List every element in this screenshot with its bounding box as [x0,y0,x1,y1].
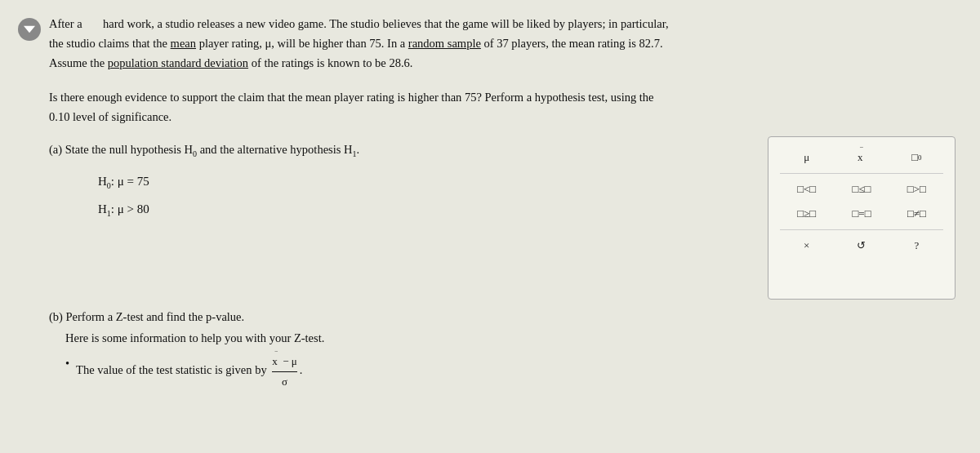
h1-label: H1: μ > 80 [98,198,149,221]
symbol-picker-box: μ x‾ □0 □<□ □≤□ □>□ □≥□ □=□ □≠□ [768,136,956,300]
p-value-link[interactable]: p-value [206,310,241,323]
dropdown-arrow[interactable] [18,18,41,41]
close-button[interactable]: × [780,235,833,256]
pop-std-link[interactable]: population standard deviation [108,56,248,69]
symbol-xbar[interactable]: x‾ [835,147,888,168]
bullet-dot: • [65,354,69,374]
symbol-neq[interactable]: □≠□ [890,203,943,224]
part-a-section: (a) State the null hypothesis H0 and the… [49,140,956,300]
main-content: After a hard work, a studio releases a n… [0,0,980,453]
level-of-significance-link[interactable]: level of significance [73,110,169,123]
problem-paragraph1: After a hard work, a studio releases a n… [49,15,956,73]
z-formula: x‾ − μ σ [272,353,297,390]
random-sample-link[interactable]: random sample [408,37,481,50]
symbol-eq[interactable]: □=□ [835,203,888,224]
separator1 [780,173,943,174]
part-b-info: Here is some information to help you wit… [65,329,956,349]
bullet-text: The value of the test statistic is given… [76,353,302,390]
hypotheses-display: H0: μ = 75 H1: μ > 80 [98,171,751,221]
h0-label: H0: μ = 75 [98,171,149,193]
symbol-geq[interactable]: □≥□ [780,203,833,224]
part-a-text: (a) State the null hypothesis H0 and the… [49,140,751,229]
part-b-section: (b) Perform a Z-test and find the p-valu… [49,308,956,391]
bullet-test-statistic: • The value of the test statistic is giv… [65,353,956,390]
mean-link[interactable]: mean [171,37,196,50]
h1-line: H1: μ > 80 [98,198,751,221]
symbol-row1: μ x‾ □0 [780,147,943,168]
alt-hypothesis-link[interactable]: alternative hypothesis [238,143,341,156]
symbol-greater-than[interactable]: □>□ [890,179,943,200]
formula-denominator: σ [282,372,287,390]
separator2 [780,229,943,230]
h0-line: H0: μ = 75 [98,171,751,193]
symbol-box-sup0[interactable]: □0 [890,147,943,168]
undo-button[interactable]: ↺ [835,235,888,256]
symbol-leq[interactable]: □≤□ [835,179,888,200]
symbol-bottom-row: × ↺ ? [780,235,943,256]
help-button[interactable]: ? [890,235,943,256]
symbol-mu[interactable]: μ [780,147,833,168]
question-paragraph: Is there enough evidence to support the … [49,88,956,127]
part-b-instruction: (b) Perform a Z-test and find the p-valu… [49,308,956,327]
test-statistic-link[interactable]: test statistic [156,364,212,377]
symbol-less-than[interactable]: □<□ [780,179,833,200]
symbol-row2: □<□ □≤□ □>□ [780,179,943,200]
symbol-row3: □≥□ □=□ □≠□ [780,203,943,224]
hypothesis-test-link[interactable]: hypothesis test [535,91,605,104]
part-a-instruction: (a) State the null hypothesis H0 and the… [49,140,751,161]
svg-marker-0 [24,26,35,33]
null-hypothesis-link[interactable]: null hypothesis [109,143,181,156]
formula-numerator: x‾ − μ [272,353,297,371]
